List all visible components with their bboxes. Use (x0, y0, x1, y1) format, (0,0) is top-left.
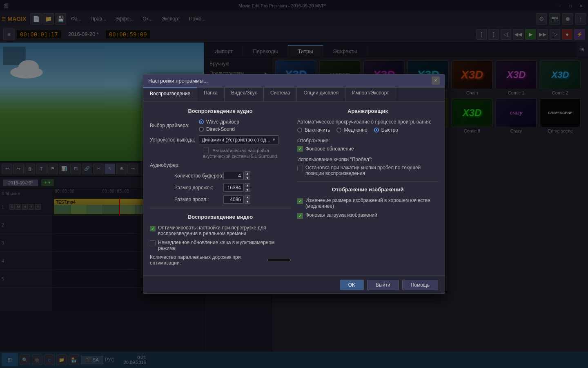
dialog-tabs: Воспроизведение Папка Видео/Звук Система… (143, 88, 445, 101)
display-label: Отображение: (297, 138, 438, 144)
track-size-down[interactable]: ▼ (245, 188, 250, 192)
device-label: Устройство вывода: (150, 137, 199, 143)
track-size-input: 16384 ▲ ▼ (223, 183, 250, 192)
buffers-count-label: Количество буферов: (174, 173, 223, 179)
device-row: Устройство вывода: Динамики (Устройство … (150, 135, 291, 144)
scroll-off-label: Выключить (305, 127, 330, 133)
parallel-row: Количество параллельных дорожек при опти… (150, 254, 291, 266)
scroll-off-row: Выключить (297, 127, 330, 133)
bg-load-checkbox[interactable]: ✓ (297, 213, 303, 219)
fast-update-row: ✓ Немедленное обновление кэша в мультика… (150, 240, 291, 251)
parallel-label: Количество параллельных дорожек при опти… (150, 254, 264, 266)
buffers-count-value[interactable]: 4 (223, 172, 244, 180)
bg-load-label: Фоновая загрузка изображений (305, 212, 377, 218)
scroll-label: Автоматическое прокручивание в процессе … (297, 119, 438, 125)
direct-sound-row: Direct-Sound (199, 126, 239, 132)
bg-update-checkbox[interactable]: ✓ (297, 146, 303, 152)
arranger-section: Аранжировщик Автоматическое прокручивани… (297, 108, 438, 269)
gap-size-down[interactable]: ▼ (245, 200, 250, 204)
direct-sound-label: Direct-Sound (206, 126, 235, 132)
wave-driver-radio[interactable] (199, 119, 204, 124)
dialog-tab-video[interactable]: Видео/Звук (225, 88, 264, 101)
dialog-tab-display[interactable]: Опции дисплея (297, 88, 345, 101)
track-size-value[interactable]: 16384 (223, 184, 244, 192)
stop-checkbox[interactable]: ✓ (297, 166, 303, 171)
scroll-fast-label: Быстро (381, 127, 398, 133)
track-size-row: Размер дорожек: 16384 ▲ ▼ (150, 183, 291, 192)
gap-size-label: Размер пропл.: (174, 197, 223, 202)
divider-1 (150, 209, 291, 209)
dialog-tab-import[interactable]: Импорт/Экспорт (345, 88, 396, 101)
space-label: Использование кнопки "Пробел": (297, 157, 438, 162)
gap-size-row: Размер пропл.: 4096 ▲ ▼ (150, 195, 291, 204)
scroll-slow-row: Медленно (336, 127, 367, 133)
parallel-value[interactable] (267, 259, 291, 261)
dialog-tab-playback[interactable]: Воспроизведение (143, 88, 197, 101)
resize-label: Изменение размера изображений в хорошем … (305, 197, 438, 209)
dialog-title: Настройки программы... (148, 78, 432, 84)
buffer-label: Аудиобуфер: (150, 162, 199, 168)
fast-update-label: Немедленное обновление кэша в мультикаме… (158, 240, 291, 251)
auto-config-checkbox[interactable]: ✓ (203, 148, 209, 153)
ok-button[interactable]: OK (340, 280, 364, 290)
dialog-footer: OK Выйти Помощь (143, 276, 445, 294)
wave-driver-row: Wave-драйвер (199, 119, 239, 125)
dialog-body: Воспроизведение аудио Выбор драйвера: Wa… (143, 101, 445, 276)
resize-row: ✓ Изменение размера изображений в хороше… (297, 197, 438, 209)
settings-dialog: Настройки программы... × Воспроизведение… (143, 74, 445, 294)
dialog-close-button[interactable]: × (432, 76, 440, 85)
scroll-radio-group: Выключить Медленно Быстро (297, 127, 438, 133)
video-section-title: Воспроизведение видео (150, 214, 291, 220)
buffers-count-up[interactable]: ▲ (245, 171, 250, 175)
scroll-slow-radio[interactable] (336, 128, 341, 132)
driver-radio-group: Wave-драйвер Direct-Sound (199, 119, 239, 132)
fast-update-checkbox[interactable]: ✓ (150, 240, 156, 246)
optimize-checkbox[interactable]: ✓ (150, 226, 156, 231)
arranger-section-title: Аранжировщик (297, 108, 438, 114)
scroll-slow-label: Медленно (344, 127, 367, 133)
wave-driver-label: Wave-драйвер (206, 119, 239, 125)
optimize-row: ✓ Оптимизировать настройки при перегрузк… (150, 225, 291, 236)
driver-row: Выбор драйвера: Wave-драйвер Direct-Soun… (150, 119, 291, 132)
buffers-count-input: 4 ▲ ▼ (223, 171, 250, 180)
scroll-off-radio[interactable] (297, 128, 302, 132)
scroll-fast-radio[interactable] (374, 128, 379, 132)
gap-size-arrows: ▲ ▼ (245, 195, 250, 204)
driver-label: Выбор драйвера: (150, 123, 199, 128)
dialog-overlay[interactable]: Настройки программы... × Воспроизведение… (0, 0, 588, 368)
buffers-count-down[interactable]: ▼ (245, 176, 250, 180)
bg-update-label: Фоновое обновление (305, 146, 354, 152)
track-size-up[interactable]: ▲ (245, 183, 250, 187)
gap-size-input: 4096 ▲ ▼ (223, 195, 250, 204)
select-arrow-icon: ▼ (272, 137, 276, 142)
dialog-tab-folder[interactable]: Папка (197, 88, 225, 101)
divider-2 (297, 181, 438, 182)
direct-sound-radio[interactable] (199, 127, 204, 132)
gap-size-up[interactable]: ▲ (245, 195, 250, 199)
track-size-label: Размер дорожек: (174, 185, 223, 191)
dialog-titlebar: Настройки программы... × (143, 74, 445, 88)
bg-update-row: ✓ Фоновое обновление (297, 146, 438, 152)
buffer-header-row: Аудиобуфер: (150, 162, 291, 168)
cancel-button[interactable]: Выйти (367, 280, 399, 290)
auto-config-row: ✓ Автоматическая настройка акустической … (150, 148, 291, 159)
device-select[interactable]: Динамики (Устройство с под... ▼ (199, 135, 279, 144)
images-section-title: Отображение изображений (297, 186, 438, 193)
resize-checkbox[interactable]: ✓ (297, 198, 303, 204)
dialog-tab-system[interactable]: Система (264, 88, 297, 101)
stop-row: ✓ Остановка при нажатии кнопки пробел по… (297, 165, 438, 176)
bg-load-row: ✓ Фоновая загрузка изображений (297, 212, 438, 219)
buffer-count-row: Количество буферов: 4 ▲ ▼ (150, 171, 291, 180)
device-value: Динамики (Устройство с под... (202, 137, 270, 143)
track-size-arrows: ▲ ▼ (245, 183, 250, 192)
stop-label: Остановка при нажатии кнопки пробел по т… (305, 165, 438, 176)
audio-section-title: Воспроизведение аудио (150, 108, 291, 114)
gap-size-value[interactable]: 4096 (223, 195, 244, 204)
scroll-fast-row: Быстро (374, 127, 398, 133)
auto-config-label: Автоматическая настройка акустической си… (203, 148, 277, 159)
audio-section: Воспроизведение аудио Выбор драйвера: Wa… (150, 108, 291, 269)
optimize-label: Оптимизировать настройки при перегрузке … (158, 225, 291, 236)
buffers-count-arrows: ▲ ▼ (245, 171, 250, 180)
help-button[interactable]: Помощь (402, 280, 438, 290)
